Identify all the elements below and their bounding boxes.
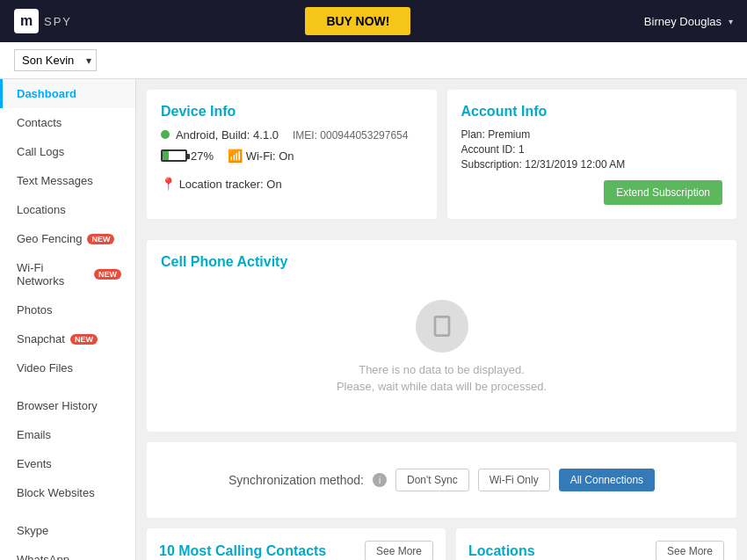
bottom-row: 10 Most Calling Contacts See More ≡ 1770… xyxy=(147,528,736,560)
logo: m SPY xyxy=(14,9,72,33)
sidebar-label-whatsapp: WhatsApp xyxy=(17,553,69,560)
sidebar-item-locations[interactable]: Locations xyxy=(0,195,135,224)
sidebar-item-dashboard[interactable]: Dashboard xyxy=(0,79,135,108)
wait-msg-text: Please, wait while data will be processe… xyxy=(175,380,708,393)
buy-now-button[interactable]: BUY NOW! xyxy=(305,7,410,35)
sidebar-item-geo-fencing[interactable]: Geo Fencing NEW xyxy=(0,224,135,253)
wifi-networks-badge: NEW xyxy=(94,269,121,280)
sidebar-label-events: Events xyxy=(17,457,52,470)
sidebar-label-geo-fencing: Geo Fencing xyxy=(17,232,82,245)
sidebar-item-video-files[interactable]: Video Files xyxy=(0,353,135,382)
main-layout: Dashboard Contacts Call Logs Text Messag… xyxy=(0,79,747,560)
contacts-see-more-button[interactable]: See More xyxy=(365,541,433,560)
sidebar-label-contacts: Contacts xyxy=(17,116,62,129)
cell-activity-title: Cell Phone Activity xyxy=(161,254,722,270)
sync-dont-sync-button[interactable]: Don't Sync xyxy=(395,469,469,491)
sync-wifi-only-button[interactable]: Wi-Fi Only xyxy=(478,469,550,491)
sidebar-item-photos[interactable]: Photos xyxy=(0,295,135,324)
sync-all-connections-button[interactable]: All Connections xyxy=(559,469,655,491)
snapchat-badge: NEW xyxy=(70,334,98,345)
no-data-text: There is no data to be displayed. xyxy=(175,363,708,376)
sync-info-icon[interactable]: i xyxy=(373,473,387,487)
locations-see-more-button[interactable]: See More xyxy=(656,541,724,560)
battery-icon xyxy=(161,149,187,162)
locations-header: Locations See More xyxy=(468,541,724,560)
device-bar: Son Kevin xyxy=(0,42,747,79)
battery-indicator: 27% xyxy=(161,149,214,163)
sidebar: Dashboard Contacts Call Logs Text Messag… xyxy=(0,79,136,560)
device-info-card: Device Info Android, Build: 4.1.0 IMEI: … xyxy=(147,90,437,219)
user-name: Birney Douglas xyxy=(644,15,722,28)
logo-icon: m xyxy=(14,9,39,33)
wifi-icon: 📶 xyxy=(228,149,243,163)
cell-activity-card: Cell Phone Activity There is no data to … xyxy=(147,240,736,432)
sidebar-item-skype[interactable]: Skype xyxy=(0,516,135,545)
sidebar-divider-2 xyxy=(0,507,135,516)
top-cards-row: Device Info Android, Build: 4.1.0 IMEI: … xyxy=(147,90,736,229)
sidebar-item-emails[interactable]: Emails xyxy=(0,420,135,449)
sidebar-item-browser-history[interactable]: Browser History xyxy=(0,391,135,420)
sidebar-label-locations: Locations xyxy=(17,203,66,216)
sidebar-item-whatsapp[interactable]: WhatsApp xyxy=(0,545,135,560)
account-sub-row: Subscription: 12/31/2019 12:00 AM xyxy=(461,158,723,171)
device-info-title: Device Info xyxy=(161,104,423,120)
sidebar-item-wifi-networks[interactable]: Wi-Fi Networks NEW xyxy=(0,253,135,295)
extend-subscription-button[interactable]: Extend Subscription xyxy=(604,180,722,205)
account-plan-row: Plan: Premium xyxy=(461,128,723,141)
sidebar-label-call-logs: Call Logs xyxy=(17,145,64,158)
sync-label: Synchronization method: xyxy=(228,473,364,487)
locations-card: Locations See More 53-82-53-98 Seabury S… xyxy=(456,528,736,560)
sidebar-divider-1 xyxy=(0,382,135,391)
calling-contacts-card: 10 Most Calling Contacts See More ≡ 1770… xyxy=(147,528,446,560)
sidebar-item-block-websites[interactable]: Block Websites xyxy=(0,478,135,507)
device-select[interactable]: Son Kevin xyxy=(14,49,97,71)
account-id-row: Account ID: 1 xyxy=(461,143,723,156)
battery-fill xyxy=(163,151,169,160)
sidebar-label-text-messages: Text Messages xyxy=(17,174,93,187)
sidebar-label-video-files: Video Files xyxy=(17,361,73,375)
sidebar-label-dashboard: Dashboard xyxy=(17,87,76,100)
device-imei: IMEI: 000944053297654 xyxy=(293,129,408,142)
contacts-header: 10 Most Calling Contacts See More xyxy=(159,541,433,560)
sidebar-label-skype: Skype xyxy=(17,524,48,537)
battery-pct: 27% xyxy=(191,149,214,163)
sidebar-item-call-logs[interactable]: Call Logs xyxy=(0,137,135,166)
content-area: Device Info Android, Build: 4.1.0 IMEI: … xyxy=(136,79,747,560)
account-info-title: Account Info xyxy=(461,104,723,120)
location-pin-icon: 📍 xyxy=(161,177,176,191)
contacts-title: 10 Most Calling Contacts xyxy=(159,543,326,559)
sidebar-label-emails: Emails xyxy=(17,428,51,441)
sidebar-label-snapchat: Snapchat xyxy=(17,332,65,345)
sidebar-item-contacts[interactable]: Contacts xyxy=(0,108,135,137)
sidebar-item-snapchat[interactable]: Snapchat NEW xyxy=(0,324,135,353)
device-selector-wrap: Son Kevin xyxy=(14,49,97,71)
sync-method-row: Synchronization method: i Don't Sync Wi-… xyxy=(161,456,722,504)
sidebar-label-browser-history: Browser History xyxy=(17,399,98,412)
account-info-content: Plan: Premium Account ID: 1 Subscription… xyxy=(461,128,723,205)
sidebar-item-events[interactable]: Events xyxy=(0,449,135,478)
device-status-row: 27% 📶 Wi-Fi: On 📍 Location tracker: On xyxy=(161,149,423,191)
user-menu[interactable]: Birney Douglas ▾ xyxy=(644,15,733,28)
locations-title: Locations xyxy=(468,543,535,559)
sync-method-card: Synchronization method: i Don't Sync Wi-… xyxy=(147,442,736,518)
android-dot-icon xyxy=(161,130,170,139)
geo-fencing-badge: NEW xyxy=(87,234,114,244)
wifi-status: 📶 Wi-Fi: On xyxy=(228,149,294,163)
user-dropdown-arrow: ▾ xyxy=(729,17,733,26)
device-info-row: Android, Build: 4.1.0 IMEI: 000944053297… xyxy=(161,128,423,142)
phone-icon xyxy=(416,300,468,353)
location-status: 📍 Location tracker: On xyxy=(161,177,282,191)
sidebar-item-text-messages[interactable]: Text Messages xyxy=(0,166,135,195)
sidebar-label-wifi-networks: Wi-Fi Networks xyxy=(17,261,89,287)
cell-activity-body: There is no data to be displayed. Please… xyxy=(161,279,722,418)
header: m SPY BUY NOW! Birney Douglas ▾ xyxy=(0,0,747,42)
device-os: Android, Build: 4.1.0 xyxy=(161,128,279,142)
sidebar-label-photos: Photos xyxy=(17,303,52,316)
account-info-card: Account Info Plan: Premium Account ID: 1… xyxy=(447,90,737,219)
sidebar-label-block-websites: Block Websites xyxy=(17,486,95,499)
spy-label: SPY xyxy=(44,15,72,28)
